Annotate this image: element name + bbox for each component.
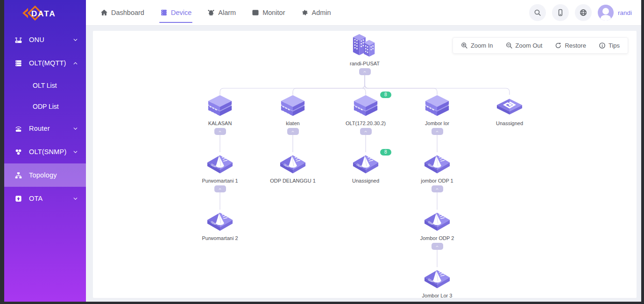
sidebar-item-olt-mqtt[interactable]: OLT(MQTT): [4, 51, 86, 75]
sidebar: DATA ONU: [4, 0, 86, 302]
user-menu[interactable]: randi: [598, 5, 632, 21]
sidebar-item-label: Topology: [29, 171, 78, 179]
sidebar-subitem-label: ODP List: [33, 103, 59, 110]
device-server-icon: [160, 9, 168, 16]
topology-node-jombor-lor[interactable]: Jombor lor: [404, 92, 470, 135]
main-area: Dashboard Device: [86, 0, 641, 302]
node-label: KALASAN: [187, 120, 253, 126]
collapse-button[interactable]: [359, 68, 371, 75]
sidebar-item-label: OTA: [29, 195, 72, 202]
topology-node-jombor-odp-1[interactable]: jombor ODP 1: [404, 150, 470, 193]
tab-dashboard[interactable]: Dashboard: [100, 0, 144, 26]
building-icon: [332, 33, 397, 60]
alarm-bell-icon: [207, 9, 215, 16]
chevron-down-icon: [72, 149, 78, 155]
collapse-button[interactable]: [214, 185, 226, 192]
sidebar-item-label: Router: [29, 125, 72, 132]
sidebar-item-router[interactable]: Router: [4, 117, 86, 140]
restore-button[interactable]: Restore: [555, 42, 586, 49]
gear-icon: [301, 9, 309, 16]
collapse-button[interactable]: [432, 243, 443, 250]
node-label: ODP DELANGGU 1: [260, 178, 326, 184]
top-navbar: Dashboard Device: [86, 0, 641, 26]
brand-logo[interactable]: DATA: [4, 0, 86, 26]
zoom-in-button[interactable]: Zoom In: [461, 42, 493, 49]
header-actions: randi: [529, 4, 632, 21]
sidebar-item-onu[interactable]: ONU: [4, 28, 86, 51]
topology-node-odp-delanggu-1[interactable]: ODP DELANGGU 1: [260, 150, 326, 184]
collapse-button[interactable]: [287, 128, 299, 135]
control-label: Tips: [609, 42, 620, 49]
monitor-window-icon: [252, 9, 259, 16]
sitemap-icon: [14, 171, 22, 179]
tab-monitor[interactable]: Monitor: [252, 0, 285, 26]
topology-node-unassigned-odp[interactable]: 8 Unassigned: [333, 150, 398, 184]
globe-icon: [579, 8, 587, 17]
collapse-button[interactable]: [432, 185, 443, 192]
avatar: [598, 5, 614, 21]
nav-tabs: Dashboard Device: [100, 0, 331, 26]
zoom-in-icon: [461, 42, 468, 49]
sidebar-item-label: OLT(MQTT): [29, 59, 72, 67]
search-button[interactable]: [529, 4, 546, 21]
sidebar-item-olt-snmp[interactable]: OLT(SNMP): [4, 140, 86, 163]
topology-canvas[interactable]: Zoom In Zoom Out Restore Tips: [93, 31, 637, 298]
sidebar-item-ota[interactable]: OTA: [4, 187, 86, 210]
sidebar-item-label: ONU: [29, 36, 72, 43]
chevron-down-icon: [72, 37, 78, 43]
collapse-button[interactable]: [360, 128, 372, 135]
odp-icon: [187, 150, 253, 177]
chevron-down-icon: [72, 196, 78, 202]
node-label: Unassigned: [477, 120, 542, 126]
sidebar-subitem-label: OLT List: [33, 82, 57, 89]
topology-node-unassigned-olt[interactable]: Unassigned: [477, 92, 542, 126]
sidebar-subitem-odp-list[interactable]: ODP List: [4, 96, 86, 117]
topology-node-purwomartani-2[interactable]: Purwomartani 2: [187, 207, 253, 241]
node-label: Jombor lor: [404, 120, 470, 126]
tab-admin[interactable]: Admin: [301, 0, 331, 26]
topology-node-klaten[interactable]: klaten: [260, 92, 326, 135]
tab-alarm[interactable]: Alarm: [207, 0, 236, 26]
node-label: OLT(172.20.30.2): [333, 120, 398, 126]
olt-icon: [404, 92, 470, 120]
unassigned-device-icon: [477, 92, 542, 120]
restore-icon: [555, 42, 562, 49]
zoom-out-button[interactable]: Zoom Out: [506, 42, 543, 49]
node-label: Jombor ODP 2: [404, 235, 470, 241]
canvas-controls: Zoom In Zoom Out Restore Tips: [453, 37, 628, 54]
mobile-button[interactable]: [552, 4, 569, 21]
mobile-icon: [556, 8, 565, 17]
odp-icon: [404, 265, 470, 292]
screenshot-frame: DATA ONU: [0, 0, 644, 304]
tips-icon: [599, 42, 606, 49]
olt-icon: [187, 92, 253, 120]
node-cluster-icon: [14, 148, 22, 156]
router-wifi-icon: [14, 125, 22, 133]
odp-icon: [187, 207, 253, 234]
odp-icon: [404, 150, 470, 177]
search-icon: [533, 8, 542, 17]
node-label: klaten: [260, 120, 326, 126]
page-content: Zoom In Zoom Out Restore Tips: [86, 26, 641, 302]
sidebar-subitem-olt-list[interactable]: OLT List: [4, 75, 86, 96]
topology-node-jombor-lor-3[interactable]: Jombor Lor 3: [404, 265, 470, 298]
topology-node-root[interactable]: randi-PUSAT: [332, 33, 397, 76]
count-badge: 8: [380, 149, 391, 156]
tips-button[interactable]: Tips: [599, 42, 620, 49]
topology-node-kalasan[interactable]: KALASAN: [187, 92, 253, 135]
collapse-button[interactable]: [214, 128, 226, 135]
chevron-up-icon: [72, 60, 78, 66]
tab-label: Dashboard: [111, 9, 144, 16]
tab-label: Monitor: [262, 9, 285, 16]
node-label: jombor ODP 1: [404, 178, 470, 184]
odp-icon: [404, 207, 470, 234]
topology-node-jombor-odp-2[interactable]: Jombor ODP 2: [404, 207, 470, 250]
topology-node-purwomartani-1[interactable]: Purwomartani 1: [187, 150, 253, 193]
collapse-button[interactable]: [432, 128, 443, 135]
tab-device[interactable]: Device: [160, 0, 191, 26]
sidebar-item-topology[interactable]: Topology: [4, 163, 86, 187]
language-button[interactable]: [575, 4, 592, 21]
topology-node-olt-172[interactable]: 8 OLT(172.20.30.2): [333, 92, 398, 135]
control-label: Zoom In: [471, 42, 493, 49]
olt-icon: [260, 92, 326, 120]
